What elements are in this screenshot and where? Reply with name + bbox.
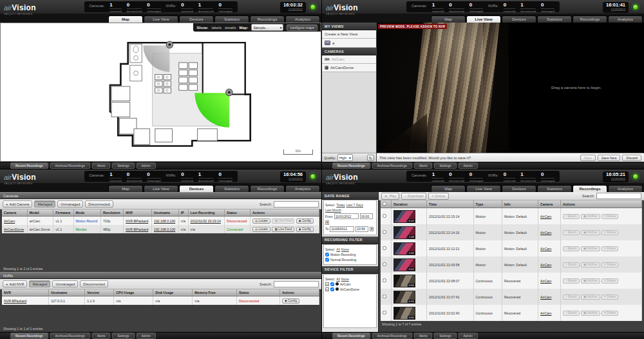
normal-recording-checkbox[interactable]: [325, 258, 329, 262]
live-feed-button[interactable]: ▦ Live Feed: [272, 227, 294, 232]
last-recording-link[interactable]: 2012/11/02 20:19:14: [191, 219, 221, 223]
archive-button[interactable]: ▣ Archive: [581, 295, 600, 300]
row-checkbox[interactable]: [383, 278, 386, 282]
hostname-link[interactable]: 192.168.0.100: [154, 219, 175, 223]
last-7-days-link[interactable]: Last 7 Days: [346, 203, 363, 207]
footer-alerts[interactable]: Alerts: [414, 162, 433, 169]
camera-link[interactable]: AirCam: [4, 219, 15, 223]
camera-item-aircamdome[interactable]: AirCamDome: [322, 64, 376, 72]
col-firmware[interactable]: Firmware: [53, 209, 73, 217]
hostname-link[interactable]: 192.168.0.100: [154, 228, 175, 231]
tab-devices[interactable]: Devices: [502, 185, 536, 192]
tab-live-view[interactable]: Live View: [466, 185, 501, 192]
col-hostname[interactable]: Hostname: [152, 209, 179, 217]
col-mode[interactable]: Mode: [73, 209, 100, 217]
recording-thumbnail[interactable]: 0:02: [393, 258, 415, 271]
tab-devices[interactable]: Devices: [179, 185, 214, 192]
export-button[interactable]: ↑ Export: [563, 295, 580, 300]
delete-button[interactable]: × Delete: [601, 262, 618, 267]
create-view-item[interactable]: Create a New View: [322, 30, 376, 39]
select-all-checkbox[interactable]: [383, 202, 386, 206]
export-button[interactable]: ↑ Export: [563, 278, 580, 284]
recording-thumbnail[interactable]: 0:10: [393, 210, 415, 223]
tab-recordings[interactable]: Recordings: [573, 15, 607, 23]
live-feed-button[interactable]: ▦ Live Feed: [272, 218, 294, 224]
tab-statistics[interactable]: Statistics: [537, 185, 572, 192]
tab-map[interactable]: Map: [431, 185, 466, 192]
camera-link[interactable]: AirCam: [540, 311, 551, 315]
footer-recent-recordings[interactable]: Recent Recordings: [332, 162, 370, 169]
nvr-link[interactable]: NVR-BPackard: [126, 228, 148, 231]
footer-archived-recordings[interactable]: Archived Recordings: [50, 162, 90, 169]
to-time-input[interactable]: [355, 226, 368, 232]
tab-live-view[interactable]: Live View: [466, 15, 501, 23]
recording-thumbnail[interactable]: 2:06: [393, 242, 415, 255]
col-nvr[interactable]: NVR: [124, 209, 152, 217]
footer-admin[interactable]: Admin: [459, 162, 478, 169]
footer-recent-recordings[interactable]: Recent Recordings: [10, 162, 48, 169]
config-button[interactable]: ◆ Config: [296, 227, 314, 232]
recording-thumbnail[interactable]: 1:08: [393, 226, 415, 239]
time-spinner[interactable]: ▴▾: [370, 227, 374, 231]
locate-button[interactable]: ◎ Locate: [252, 218, 270, 224]
col-resolution[interactable]: Resolution: [100, 209, 123, 217]
recording-thumbnail[interactable]: 5:00: [393, 307, 415, 320]
camera-item-aircam[interactable]: AirCam: [322, 55, 376, 64]
from-time-input[interactable]: [360, 213, 373, 219]
col-model[interactable]: Model: [27, 209, 53, 217]
tab-devices[interactable]: Devices: [179, 15, 214, 23]
col-time[interactable]: Time: [427, 200, 474, 208]
from-date-input[interactable]: [334, 213, 359, 219]
archive-button[interactable]: ▣ Archive: [581, 278, 600, 284]
filter-managed-button[interactable]: Managed: [29, 280, 50, 287]
map-select[interactable]: Sample...▾: [251, 24, 283, 31]
aircam-checkbox[interactable]: [330, 282, 334, 286]
col-last-recording[interactable]: Last Recording: [188, 209, 224, 217]
footer-recent-recordings[interactable]: Recent Recordings: [332, 333, 370, 339]
archive-button[interactable]: ▣ Archive: [581, 311, 600, 316]
select-none-link[interactable]: None: [341, 277, 349, 281]
col-cpu-usage[interactable]: CPU Usage: [114, 289, 153, 296]
to-date-input[interactable]: [330, 226, 354, 232]
footer-alerts[interactable]: Alerts: [414, 333, 433, 339]
tab-analytics[interactable]: Analytics: [285, 185, 320, 192]
today-link[interactable]: Today: [336, 203, 345, 207]
tab-analytics[interactable]: Analytics: [608, 15, 643, 23]
tab-map[interactable]: Map: [108, 185, 143, 192]
footer-admin[interactable]: Admin: [137, 162, 156, 169]
delete-button[interactable]: × Delete: [601, 311, 618, 316]
filter-managed-button[interactable]: Managed: [34, 200, 55, 208]
archive-button[interactable]: ▣ Archive: [581, 246, 600, 251]
add-camera-button[interactable]: +Add Camera: [3, 200, 32, 208]
filter-disconnected-button[interactable]: Disconnected: [85, 200, 113, 208]
quality-select[interactable]: High▾: [337, 154, 353, 161]
tab-recordings[interactable]: Recordings: [250, 185, 285, 192]
row-checkbox[interactable]: [383, 214, 386, 218]
details-toggle[interactable]: details: [225, 26, 236, 30]
col-info[interactable]: Info: [502, 200, 538, 208]
recording-row[interactable]: 0:10 2012/11/02 22:15:14 Motion Motion: …: [381, 208, 642, 225]
footer-admin[interactable]: Admin: [137, 333, 156, 339]
archive-button[interactable]: ▣ Archive: [581, 230, 600, 235]
motion-recording-checkbox[interactable]: [325, 253, 329, 257]
tab-map[interactable]: Map: [108, 15, 143, 23]
footer-archived-recordings[interactable]: Archived Recordings: [50, 333, 90, 339]
archive-button[interactable]: ▣ Archive: [581, 214, 600, 219]
tab-statistics[interactable]: Statistics: [537, 15, 572, 23]
col-nvr[interactable]: NVR: [2, 289, 49, 296]
row-checkbox[interactable]: [383, 311, 386, 315]
add-nvr-button[interactable]: +Add NVR: [3, 280, 27, 287]
tab-analytics[interactable]: Analytics: [608, 185, 643, 192]
footer-settings[interactable]: Settings: [112, 162, 134, 169]
footer-recent-recordings[interactable]: Recent Recordings: [10, 333, 48, 339]
camera-marker[interactable]: [166, 41, 173, 48]
camera-link[interactable]: AirCam: [540, 231, 551, 235]
select-all-link[interactable]: All: [336, 277, 340, 281]
download-button[interactable]: ↓Download: [401, 193, 426, 200]
col-duration[interactable]: Duration: [392, 200, 427, 208]
tab-map[interactable]: Map: [431, 15, 466, 23]
camera-link[interactable]: AirCam: [540, 279, 551, 283]
footer-archived-recordings[interactable]: Archived Recordings: [372, 162, 412, 169]
footer-settings[interactable]: Settings: [434, 162, 456, 169]
row-checkbox[interactable]: [383, 295, 386, 298]
